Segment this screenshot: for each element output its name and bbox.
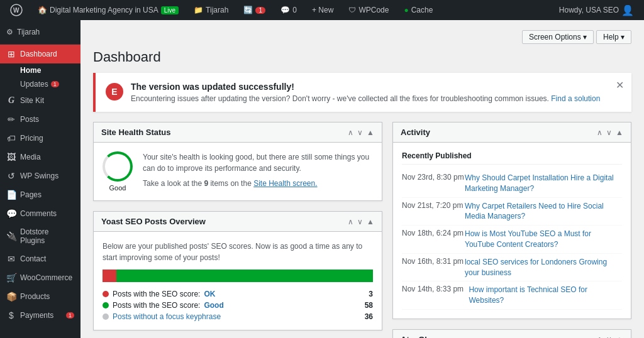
seo-drag-handle[interactable]: ▲ (367, 217, 374, 226)
seo-widget-header: Yoast SEO Posts Overview ∧ ∨ ▲ (94, 212, 382, 232)
pricing-icon: 🏷 (6, 133, 16, 143)
sidebar-item-comments[interactable]: 💬 Comments (0, 204, 80, 223)
dashboard-columns: Site Health Status ∧ ∨ ▲ Good (93, 122, 631, 338)
seo-nofocus-link[interactable]: Posts without a focus keyphrase (113, 312, 221, 321)
seo-bar-red (103, 270, 116, 282)
sidebar-item-payments[interactable]: $ Payments 1 (0, 306, 80, 325)
activity-link-2[interactable]: How is Most YouTube SEO a Must for YouTu… (465, 229, 622, 250)
home-icon: 🏠 (38, 6, 47, 14)
site-health-drag-handle[interactable]: ▲ (367, 128, 374, 137)
comments-item[interactable]: 💬 0 (275, 0, 302, 20)
sidebar-item-pricing[interactable]: 🏷 Pricing (0, 129, 80, 148)
sidebar-wpswings-label: WP Swings (20, 172, 58, 180)
site-home-item[interactable]: 🏠 Digital Marketing Agency in USA Live (33, 0, 184, 20)
updates-count: 1 (255, 7, 265, 14)
sidebar-pricing-label: Pricing (20, 134, 43, 143)
activity-link-0[interactable]: Why Should Carpet Installation Hire a Di… (465, 173, 622, 194)
site-health-collapse-button[interactable]: ∧ (348, 128, 353, 137)
dotstore-icon: 🔌 (6, 231, 16, 241)
howdy-item[interactable]: Howdy, USA SEO 👤 (554, 0, 639, 20)
sidebar-item-pages[interactable]: 📄 Pages (0, 185, 80, 204)
wpcode-label: WPCode (358, 6, 389, 14)
sidebar-item-woocommerce[interactable]: 🛒 WooCommerce (0, 268, 80, 287)
seo-good-link[interactable]: Good (204, 301, 223, 310)
sidebar-sub-home[interactable]: Home (0, 63, 80, 77)
layout: ⚙ Tijarah ⊞ Dashboard Home Updates 1 G S… (0, 20, 644, 338)
seo-expand-button[interactable]: ∨ (357, 217, 363, 226)
sidebar-dashboard-label: Dashboard (20, 50, 57, 58)
cache-dot: ● (404, 6, 408, 14)
sidebar-item-products[interactable]: 📦 Products (0, 287, 80, 306)
activity-date-3: Nov 16th, 8:31 pm (402, 257, 458, 278)
products-icon: 📦 (6, 292, 16, 302)
activity-widget-header: Activity ∧ ∨ ▲ (393, 123, 631, 143)
notification-link[interactable]: Find a solution (551, 94, 600, 103)
wpswings-icon: ↺ (6, 171, 16, 181)
cache-item[interactable]: ● Cache (399, 0, 438, 20)
woocommerce-icon: 🛒 (6, 273, 16, 283)
main-content: Screen Options ▾ Help ▾ Dashboard E The … (80, 20, 644, 338)
seo-body: Below are your published posts' SEO scor… (94, 232, 382, 330)
sidebar-item-contact[interactable]: ✉ Contact (0, 249, 80, 268)
sidebar-payments-label: Payments (20, 311, 53, 320)
adminbar-left: W 🏠 Digital Marketing Agency in USA Live… (5, 0, 554, 20)
sidebar-item-wpswings[interactable]: ↺ WP Swings (0, 166, 80, 185)
sidebar-media-label: Media (20, 153, 41, 161)
seo-ok-count: 3 (369, 290, 373, 298)
sidebar-item-dotstore[interactable]: 🔌 Dotstore Plugins (0, 223, 80, 249)
health-text: Your site's health is looking good, but … (143, 151, 373, 189)
sidebar-dotstore-label: Dotstore Plugins (20, 227, 74, 245)
updates-item[interactable]: 🔄 1 (238, 0, 270, 20)
new-item[interactable]: + New (307, 0, 338, 20)
sidebar-item-dashboard[interactable]: ⊞ Dashboard (0, 45, 80, 63)
wpcode-item[interactable]: 🛡 WPCode (343, 0, 394, 20)
contact-icon: ✉ (6, 254, 16, 264)
dashboard-col-right: Activity ∧ ∨ ▲ Recently Published Nov 23… (392, 122, 631, 338)
wp-logo-item[interactable]: W (5, 0, 28, 20)
comments-icon: 💬 (280, 6, 290, 14)
sidebar-sub-updates[interactable]: Updates 1 (0, 77, 80, 91)
activity-body: Recently Published Nov 23rd, 8:30 pm Why… (393, 143, 631, 319)
dashboard-icon: ⊞ (6, 49, 16, 59)
sidebar-item-sitekit[interactable]: G Site Kit (0, 91, 80, 110)
notification-close-button[interactable]: ✕ (616, 79, 624, 91)
activity-widget: Activity ∧ ∨ ▲ Recently Published Nov 23… (392, 122, 631, 319)
page-title: Dashboard (93, 49, 631, 65)
activity-link-3[interactable]: local SEO services for Londoners Growing… (465, 257, 622, 278)
notification-title: The version was updated successfully! (131, 82, 600, 92)
activity-collapse-button[interactable]: ∧ (597, 128, 602, 137)
health-circle-indicator (103, 151, 133, 182)
health-description: Your site's health is looking good, but … (143, 151, 373, 174)
sidebar-logo[interactable]: ⚙ Tijarah (0, 20, 80, 45)
glance-collapse-button[interactable]: ∧ (597, 335, 602, 338)
activity-item-4: Nov 14th, 8:33 pm How important is Techn… (402, 281, 622, 310)
help-button[interactable]: Help ▾ (596, 30, 631, 44)
site-health-widget-header: Site Health Status ∧ ∨ ▲ (94, 123, 382, 143)
dot-green (103, 302, 109, 308)
sidebar-item-media[interactable]: 🖼 Media (0, 148, 80, 166)
activity-date-0: Nov 23rd, 8:30 pm (402, 173, 458, 194)
sidebar-woocommerce-label: WooCommerce (20, 273, 72, 282)
site-health-link[interactable]: Site Health screen. (253, 179, 317, 188)
activity-link-4[interactable]: How important is Technical SEO for Websi… (469, 285, 622, 306)
howdy-text: Howdy, USA SEO (559, 6, 619, 14)
sidebar: ⚙ Tijarah ⊞ Dashboard Home Updates 1 G S… (0, 20, 80, 338)
activity-item-2: Nov 18th, 6:24 pm How is Most YouTube SE… (402, 226, 622, 254)
dot-gray (103, 313, 109, 320)
glance-expand-button[interactable]: ∨ (606, 335, 612, 338)
seo-ok-link[interactable]: OK (204, 290, 215, 298)
recently-published-title: Recently Published (402, 151, 622, 165)
activity-item-1: Nov 21st, 7:20 pm Why Carpet Retailers N… (402, 198, 622, 226)
activity-link-1[interactable]: Why Carpet Retailers Need to Hire Social… (465, 201, 622, 222)
theme-item[interactable]: 📁 Tijarah (189, 0, 233, 20)
seo-collapse-button[interactable]: ∧ (348, 217, 353, 226)
glance-controls: ∧ ∨ ▲ (597, 335, 623, 338)
glance-drag-handle[interactable]: ▲ (616, 335, 623, 338)
activity-expand-button[interactable]: ∨ (606, 128, 612, 137)
screen-options-button[interactable]: Screen Options ▾ (522, 30, 594, 44)
payments-badge: 1 (66, 312, 74, 319)
sidebar-item-posts[interactable]: ✏ Posts (0, 110, 80, 129)
seo-legend-ok: Posts with the SEO score: OK 3 (103, 290, 373, 298)
site-health-expand-button[interactable]: ∨ (357, 128, 363, 137)
activity-drag-handle[interactable]: ▲ (616, 128, 623, 137)
